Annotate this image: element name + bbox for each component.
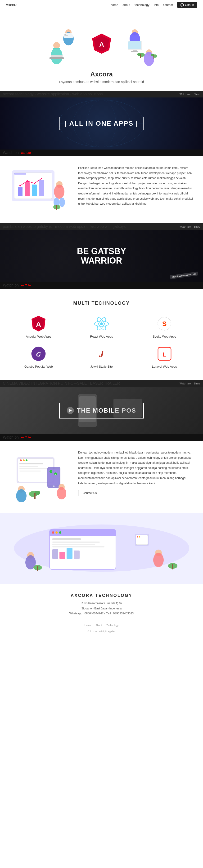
svg-rect-99 [52, 541, 100, 543]
footer-link-about[interactable]: About [95, 624, 102, 627]
svg-point-85 [16, 489, 27, 502]
multi-tech-section: MULTI TECHNOLOGY A Angular Web Apps [0, 289, 203, 380]
video3-watch-on: Watch on [3, 435, 19, 439]
nav-links: home about technology info contact Githu… [111, 2, 197, 8]
svg-rect-16 [128, 41, 141, 49]
svg-rect-49 [56, 205, 57, 210]
gatsby-text-line1: BE GATSBY WARRIOR [77, 247, 126, 265]
footer-link-home[interactable]: Home [85, 624, 91, 627]
svg-rect-2 [53, 48, 60, 49]
svg-rect-115 [172, 564, 173, 569]
nav-about[interactable]: about [122, 3, 130, 7]
svelte-icon: S [157, 316, 172, 331]
section2: ✓ ✓ Dengan technology modern menjadi leb… [0, 441, 203, 513]
section2-text: Dengan technology modern menjadi lebih b… [78, 450, 194, 486]
hero-illustration: A [42, 20, 161, 67]
contact-button[interactable]: Contact Us [78, 490, 101, 496]
svg-rect-36 [25, 182, 30, 196]
video2-share[interactable]: Share [194, 225, 200, 228]
section1-content: Pastikan kebutuhan website modern mu dan… [78, 165, 194, 207]
svg-text:A: A [36, 320, 41, 328]
youtube-logo2[interactable]: YouTube [21, 284, 31, 287]
angular-icon: A [31, 315, 46, 332]
tech-item-svelte: S Svelte Web Apps [135, 315, 194, 338]
nav-home[interactable]: home [111, 3, 118, 7]
youtube-logo[interactable]: YouTube [21, 151, 31, 154]
gatsby-icon: G [31, 346, 46, 362]
nav-contact[interactable]: contact [163, 3, 173, 7]
tech-item-jekyll: J Jekyll Static Site [72, 345, 131, 368]
multi-tech-heading: MULTI TECHNOLOGY [9, 301, 194, 306]
svg-rect-103 [59, 552, 65, 559]
footer-link-technology[interactable]: Technology [107, 624, 119, 627]
svg-point-90 [57, 487, 66, 499]
svg-point-79 [53, 486, 55, 487]
hero-title: Axcora [5, 70, 198, 78]
github-label: Github [185, 3, 194, 7]
video3-section: CINEMA VIDEO INTEGRATION POINT-OF-SALE T… [0, 380, 203, 441]
svg-point-71 [23, 459, 25, 461]
svg-point-40 [27, 180, 28, 182]
section1-illustration [9, 165, 71, 214]
video2-banner[interactable]: BE GATSBY WARRIOR https://gatsby.art-web… [0, 230, 203, 282]
nav-github-button[interactable]: Github [177, 2, 197, 8]
video1-topbar: axcora technology - website application … [0, 91, 203, 97]
github-icon [180, 3, 184, 7]
section1: Pastikan kebutuhan website modern mu dan… [0, 156, 203, 223]
svg-rect-75 [20, 468, 48, 469]
svg-rect-76 [20, 470, 41, 471]
svg-point-72 [26, 459, 27, 461]
footer-whatsapp: Whatsapp : 085640044747 / Call : 0895339… [5, 611, 198, 616]
svg-rect-21 [140, 54, 141, 58]
laravel-icon: L [157, 346, 172, 362]
svg-point-70 [20, 459, 22, 461]
svg-text:✓: ✓ [50, 471, 52, 473]
svg-rect-105 [74, 551, 80, 559]
gatsby-label: Gatsby Popular Web [24, 365, 53, 368]
svg-rect-100 [52, 544, 95, 545]
svg-rect-98 [52, 538, 81, 540]
svg-point-95 [52, 531, 54, 534]
pos-background [31, 387, 173, 434]
svelte-icon-container: S [156, 315, 173, 332]
video1-topbar-text: axcora technology - website application … [3, 92, 103, 96]
svg-rect-38 [39, 180, 44, 196]
laravel-icon-container: L [156, 345, 173, 362]
svg-text:J: J [99, 348, 104, 359]
video3-watch-later[interactable]: Watch later [179, 382, 192, 385]
video3-banner[interactable]: THE MOBILE POS [0, 387, 203, 434]
svg-point-112 [137, 536, 138, 537]
video1-banner[interactable]: | ALL IN ONE APPS | [0, 97, 203, 150]
svg-text:L: L [163, 351, 166, 358]
svg-rect-74 [20, 466, 38, 467]
react-icon-container [93, 315, 110, 332]
svg-point-1 [53, 42, 60, 49]
youtube-logo3[interactable]: YouTube [21, 436, 31, 439]
video2-watch-later[interactable]: Watch later [179, 225, 192, 228]
svg-text:✓: ✓ [55, 473, 57, 475]
footer-copyright: © Axcora - All right applied [88, 630, 115, 633]
nav-technology[interactable]: technology [135, 3, 149, 7]
video1-share[interactable]: Share [194, 93, 200, 96]
footer-address-line1: Ruko Pasar Wisata Juanda Q.07 [5, 601, 198, 606]
footer-address-line2: Sidoarjo - East Java - Indonesia [5, 606, 198, 611]
brand-logo: Axcora [6, 3, 18, 7]
svg-rect-88 [34, 493, 35, 499]
svg-point-45 [54, 185, 64, 199]
navbar: Axcora home about technology info contac… [0, 0, 203, 10]
svg-rect-17 [133, 50, 137, 51]
nav-info[interactable]: info [154, 3, 159, 7]
video1-watch-later[interactable]: Watch later [179, 93, 192, 96]
svg-rect-8 [64, 34, 66, 35]
video1-watch-on: Watch on [3, 151, 19, 155]
video2-topbar-text: pembuatan website gatsby js - modern web… [3, 224, 126, 229]
video3-share[interactable]: Share [194, 382, 200, 385]
video3-topbar-text: CINEMA VIDEO INTEGRATION POINT-OF-SALE T… [3, 381, 120, 385]
gatsby-icon-container: G [30, 345, 47, 362]
angular-label: Angular Web Apps [26, 335, 51, 338]
svg-rect-101 [52, 546, 105, 548]
bottom-illustration-section [0, 513, 203, 584]
svg-point-113 [139, 536, 140, 537]
video3-bottombar: Watch on YouTube [0, 434, 203, 441]
svg-rect-104 [66, 548, 72, 559]
